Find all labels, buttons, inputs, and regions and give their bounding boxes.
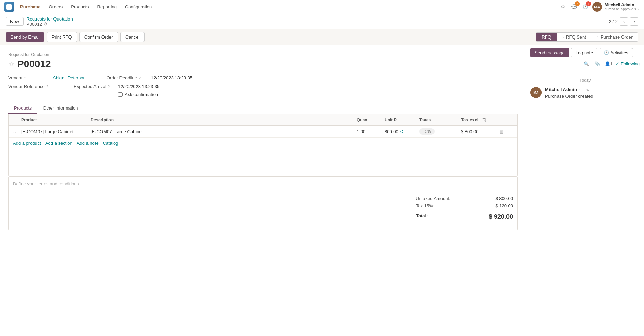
tab-products[interactable]: Products: [8, 103, 37, 114]
cancel-button[interactable]: Cancel: [120, 32, 145, 42]
chatter-panel: Send message Log note 🕐 Activities 🔍 📎 👤…: [526, 45, 644, 336]
order-deadline-help-icon[interactable]: ?: [139, 76, 141, 80]
app-logo[interactable]: [4, 2, 14, 12]
form-row-1: Vendor ? Abigail Peterson Order Deadline…: [8, 75, 518, 80]
vendor-label: Vendor ?: [8, 75, 50, 80]
add-product-row: Add a product Add a section Add a note C…: [9, 138, 517, 149]
clock-icon: 🕐: [604, 50, 609, 55]
totals-table: Untaxed Amount: $ 800.00 Tax 15%: $ 120.…: [416, 195, 513, 222]
user-info[interactable]: Mitchell Admin purchase_approvals17: [605, 2, 640, 11]
product-description[interactable]: [E-COM07] Large Cabinet: [91, 129, 357, 134]
tax-value: $ 120.00: [495, 203, 513, 208]
activities-label: Activities: [610, 50, 628, 55]
terms-placeholder[interactable]: Define your terms and conditions ...: [13, 181, 84, 186]
add-product-link[interactable]: Add a product: [13, 141, 41, 146]
tax-row: Tax 15%: $ 120.00: [416, 202, 513, 209]
status-rfq-sent[interactable]: › RFQ Sent: [557, 33, 592, 41]
user-avatar[interactable]: MA: [592, 2, 602, 12]
status-purchase-order-label: Purchase Order: [601, 34, 633, 40]
tabs-section: Products Other Information Product Descr…: [8, 103, 518, 230]
table-row: ⠿ [E-COM07] Large Cabinet [E-COM07] Larg…: [9, 126, 517, 138]
tab-other-information[interactable]: Other Information: [37, 103, 83, 114]
user-name: Mitchell Admin: [605, 2, 640, 7]
expected-arrival-value[interactable]: 12/20/2023 13:23:35: [118, 84, 159, 89]
activities-button[interactable]: 🕐 Activities: [600, 48, 633, 57]
breadcrumb-right: 2 / 2 ‹ ›: [609, 17, 638, 26]
product-taxes: 15%: [419, 128, 461, 135]
vendor-ref-field: Vendor Reference ?: [8, 84, 53, 89]
favorite-star-icon[interactable]: ☆: [8, 60, 15, 68]
row-delete: 🗑: [499, 129, 513, 134]
vendor-ref-help-icon[interactable]: ?: [46, 85, 48, 89]
form-area: Request for Quotation ☆ P00012 Vendor ? …: [0, 45, 526, 336]
empty-row-1: [9, 149, 517, 162]
vendor-field: Vendor ? Abigail Peterson: [8, 75, 86, 80]
log-note-button[interactable]: Log note: [571, 48, 598, 57]
catalog-link[interactable]: Catalog: [103, 141, 118, 146]
chatter-followers-icon[interactable]: 👤1: [604, 59, 613, 68]
refresh-price-icon[interactable]: ↺: [400, 129, 404, 134]
nav-purchase[interactable]: Purchase: [17, 3, 44, 11]
tax-badge[interactable]: 15%: [419, 128, 435, 135]
nav-prev-button[interactable]: ‹: [620, 17, 628, 26]
record-id: P00012: [17, 58, 51, 70]
settings-icon[interactable]: ⚙: [559, 3, 567, 11]
form-row-2: Vendor Reference ? Expected Arrival ? 12…: [8, 84, 518, 97]
activity-icon[interactable]: 🕐 1: [581, 3, 589, 11]
status-purchase-order[interactable]: › Purchase Order: [592, 33, 638, 41]
nav-configuration[interactable]: Configuration: [122, 3, 155, 11]
chat-icon[interactable]: 💬 2: [570, 3, 578, 11]
vendor-help-icon[interactable]: ?: [24, 76, 26, 80]
expected-arrival-field: Expected Arrival ? 12/20/2023 13:23:35: [74, 84, 159, 89]
breadcrumb-bar: New Requests for Quotation P00012 ⚙ 2 / …: [0, 14, 644, 29]
activity-badge: 1: [586, 1, 591, 6]
product-tax-excl: $ 800.00: [461, 129, 499, 134]
print-rfq-button[interactable]: Print RFQ: [47, 32, 77, 42]
unit-price-value[interactable]: 800.00: [385, 129, 398, 134]
record-settings-icon[interactable]: ⚙: [43, 22, 47, 26]
product-quantity[interactable]: 1.00: [357, 129, 385, 134]
empty-row-2: [9, 162, 517, 176]
following-label: Following: [621, 61, 640, 66]
ask-confirmation-checkbox[interactable]: [118, 92, 123, 97]
date-divider: Today: [530, 78, 640, 83]
nav-next-button[interactable]: ›: [630, 17, 638, 26]
expected-arrival-help-icon[interactable]: ?: [108, 85, 110, 89]
status-bar: RFQ › RFQ Sent › Purchase Order: [536, 32, 638, 42]
chatter-paperclip-icon[interactable]: 📎: [593, 59, 602, 68]
nav-reporting[interactable]: Reporting: [94, 3, 120, 11]
add-section-link[interactable]: Add a section: [45, 141, 73, 146]
col-sort-icon[interactable]: ⇅: [482, 117, 486, 122]
drag-handle[interactable]: ⠿: [13, 129, 21, 134]
add-note-link[interactable]: Add a note: [77, 141, 99, 146]
chatter-icons: 🔍 📎 👤1 ✓ Following: [582, 59, 640, 68]
col-tax-excl: Tax excl. ⇅: [461, 117, 499, 122]
table-header: Product Description Quan... Unit P... Ta…: [9, 114, 517, 126]
status-rfq[interactable]: RFQ: [536, 33, 557, 41]
send-message-button[interactable]: Send message: [530, 48, 569, 57]
send-by-email-button[interactable]: Send by Email: [6, 32, 44, 42]
chatter-search-icon[interactable]: 🔍: [582, 59, 591, 68]
tax-label: Tax 15%:: [416, 203, 434, 208]
breadcrumb-sub: P00012 ⚙: [26, 22, 73, 27]
following-button[interactable]: ✓ Following: [616, 61, 640, 66]
breadcrumb-parent-link[interactable]: Requests for Quotation: [26, 16, 73, 22]
order-deadline-label: Order Deadline ?: [107, 75, 148, 80]
products-table: Product Description Quan... Unit P... Ta…: [8, 114, 518, 177]
message-item: MA Mitchell Admin · now Purchase Order c…: [530, 87, 640, 99]
status-rfq-label: RFQ: [542, 34, 551, 40]
new-button[interactable]: New: [6, 17, 24, 26]
product-name[interactable]: [E-COM07] Large Cabinet: [21, 129, 91, 134]
nav-orders[interactable]: Orders: [46, 3, 66, 11]
delete-row-icon[interactable]: 🗑: [499, 129, 504, 134]
ask-confirmation-label: Ask confirmation: [125, 92, 158, 97]
untaxed-amount-row: Untaxed Amount: $ 800.00: [416, 195, 513, 202]
order-deadline-value[interactable]: 12/20/2023 13:23:35: [151, 75, 192, 80]
status-rfq-sent-label: RFQ Sent: [566, 34, 586, 40]
nav-products[interactable]: Products: [67, 3, 92, 11]
col-actions: [499, 117, 513, 122]
topnav-right: ⚙ 💬 2 🕐 1 MA Mitchell Admin purchase_app…: [559, 2, 640, 12]
confirm-order-button[interactable]: Confirm Order: [79, 32, 118, 42]
vendor-value[interactable]: Abigail Peterson: [53, 75, 86, 80]
untaxed-amount-label: Untaxed Amount:: [416, 196, 451, 201]
